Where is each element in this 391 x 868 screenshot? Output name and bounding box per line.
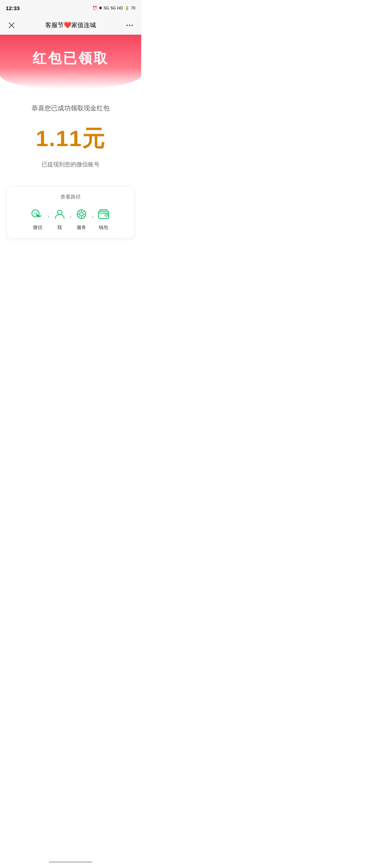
step-label-wallet: 钱包 xyxy=(99,224,108,231)
service-icon xyxy=(73,206,89,222)
nav-bar: 客服节❤️家值连城 xyxy=(0,16,141,35)
chevron-icon-3: › xyxy=(91,213,94,219)
signal-icon-2: 5G xyxy=(110,6,116,10)
alarm-icon: ⏰ xyxy=(92,6,97,10)
svg-point-6 xyxy=(41,214,41,215)
path-card: 查看路径 微信 › xyxy=(7,187,134,238)
step-label-service: 服务 xyxy=(77,224,86,231)
person-icon xyxy=(52,206,68,222)
chevron-icon-2: › xyxy=(69,213,72,219)
hero-title: 红包已领取 xyxy=(7,49,134,68)
step-label-me: 我 xyxy=(57,224,62,231)
battery-level: 70 xyxy=(131,6,135,10)
svg-point-4 xyxy=(35,213,37,214)
more-button[interactable] xyxy=(124,20,135,31)
content-section: 恭喜您已成功领取现金红包 1.11元 已提现到您的微信账号 xyxy=(0,89,141,187)
svg-point-3 xyxy=(34,213,35,214)
status-time: 12:33 xyxy=(6,5,20,11)
dot-icon xyxy=(129,25,130,26)
path-step-wechat: 微信 xyxy=(30,206,46,231)
svg-point-12 xyxy=(106,215,106,216)
status-bar: 12:33 ⏰ ✱ 5G 5G HD 🔋 70 xyxy=(0,0,141,16)
path-step-wallet: 钱包 xyxy=(96,206,112,231)
path-steps: 微信 › 我 › xyxy=(13,206,128,231)
amount-display: 1.11元 xyxy=(7,123,134,154)
wechat-icon xyxy=(30,206,46,222)
battery-icon: 🔋 xyxy=(125,6,130,10)
status-icons: ⏰ ✱ 5G 5G HD 🔋 70 xyxy=(92,6,135,10)
dot-icon xyxy=(126,25,128,26)
dot-icon xyxy=(131,25,133,26)
svg-point-9 xyxy=(80,212,83,216)
close-button[interactable] xyxy=(6,20,17,31)
nav-title: 客服节❤️家值连城 xyxy=(17,21,124,29)
congrats-text: 恭喜您已成功领取现金红包 xyxy=(7,104,134,112)
svg-rect-10 xyxy=(98,211,109,218)
wallet-icon xyxy=(96,206,112,222)
hd-icon: HD xyxy=(117,6,123,10)
hero-section: 红包已领取 xyxy=(0,35,141,89)
path-label: 查看路径 xyxy=(13,194,128,200)
step-label-wechat: 微信 xyxy=(33,224,42,231)
bluetooth-icon: ✱ xyxy=(99,6,102,10)
withdraw-text: 已提现到您的微信账号 xyxy=(7,161,134,169)
chevron-icon-1: › xyxy=(47,213,50,219)
path-step-me: 我 xyxy=(52,206,68,231)
signal-icon: 5G xyxy=(104,6,109,10)
path-step-service: 服务 xyxy=(73,206,89,231)
svg-point-7 xyxy=(58,210,62,214)
svg-point-5 xyxy=(39,214,40,215)
